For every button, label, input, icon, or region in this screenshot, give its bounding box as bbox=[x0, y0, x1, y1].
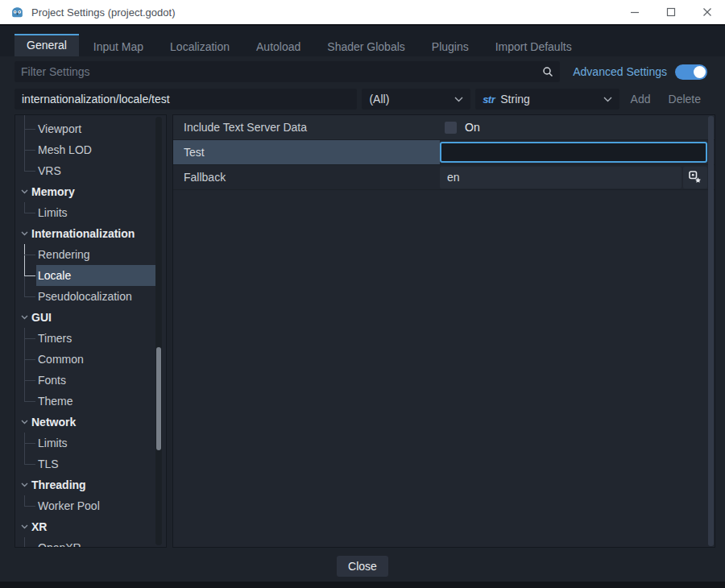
tree-line bbox=[23, 349, 36, 370]
window-controls bbox=[616, 0, 725, 24]
type-dropdown[interactable]: str String bbox=[475, 89, 619, 110]
sidebar-item-worker-pool[interactable]: Worker Pool bbox=[15, 495, 166, 516]
test-value-input[interactable] bbox=[440, 142, 707, 163]
property-label: Test bbox=[173, 140, 440, 164]
type-value: String bbox=[500, 93, 530, 106]
collapse-arrow-icon[interactable] bbox=[19, 315, 30, 320]
tab-general[interactable]: General bbox=[14, 34, 79, 56]
property-label: Include Text Server Data bbox=[173, 115, 440, 139]
sidebar-item-theme[interactable]: Theme bbox=[15, 391, 166, 412]
property-row-test: Test bbox=[173, 140, 715, 165]
filter-settings-field[interactable] bbox=[21, 65, 542, 78]
sidebar-scrollbar[interactable] bbox=[155, 117, 162, 545]
sidebar-item-openxr[interactable]: OpenXR bbox=[15, 537, 166, 548]
tree-line bbox=[23, 433, 36, 453]
settings-inspector: Include Text Server Data On Test Fallbac… bbox=[172, 114, 715, 548]
sidebar-scrollbar-thumb[interactable] bbox=[156, 347, 161, 450]
sidebar-item-mesh-lod[interactable]: Mesh LOD bbox=[15, 139, 166, 160]
project-settings-window: Project Settings (project.godot) General… bbox=[0, 0, 725, 577]
tab-input-map[interactable]: Input Map bbox=[81, 34, 155, 56]
sidebar-category-internationalization[interactable]: Internationalization bbox=[15, 223, 166, 244]
window-title: Project Settings (project.godot) bbox=[31, 6, 175, 19]
maximize-button[interactable] bbox=[652, 0, 689, 24]
tree-line bbox=[23, 160, 36, 181]
tree-line bbox=[23, 537, 36, 548]
sidebar-category-network[interactable]: Network bbox=[15, 412, 166, 433]
titlebar: Project Settings (project.godot) bbox=[0, 0, 725, 24]
close-window-button[interactable] bbox=[689, 0, 725, 24]
tab-plugins[interactable]: Plugins bbox=[420, 34, 481, 56]
include-text-server-data-checkbox[interactable] bbox=[445, 122, 457, 134]
tab-import-defaults[interactable]: Import Defaults bbox=[483, 34, 584, 56]
sidebar-item-network-limits[interactable]: Limits bbox=[15, 433, 166, 453]
sidebar-item-pseudolocalization[interactable]: Pseudolocalization bbox=[15, 286, 166, 307]
tree-line bbox=[23, 495, 36, 516]
tree-line bbox=[23, 139, 36, 160]
tree-line bbox=[23, 453, 36, 474]
sidebar-item-vrs[interactable]: VRS bbox=[15, 160, 166, 181]
window-bottom-edge bbox=[0, 582, 725, 588]
tab-autoload[interactable]: Autoload bbox=[244, 34, 313, 56]
tree-line bbox=[23, 244, 36, 265]
chevron-down-icon bbox=[597, 97, 612, 102]
close-button[interactable]: Close bbox=[337, 556, 388, 577]
sidebar-item-rendering[interactable]: Rendering bbox=[15, 244, 166, 265]
collapse-arrow-icon[interactable] bbox=[19, 482, 30, 487]
category-filter-value: (All) bbox=[369, 93, 389, 106]
tab-localization[interactable]: Localization bbox=[158, 34, 242, 56]
minimize-button[interactable] bbox=[616, 0, 652, 24]
select-locale-button[interactable] bbox=[683, 167, 707, 188]
tree-line bbox=[23, 202, 36, 223]
property-row-fallback: Fallback bbox=[173, 165, 715, 190]
settings-tree: Lightmapping Viewport Mesh LOD VRS bbox=[14, 114, 167, 548]
settings-panels: Lightmapping Viewport Mesh LOD VRS bbox=[14, 114, 715, 548]
tree-line bbox=[23, 118, 36, 139]
tree-list: Lightmapping Viewport Mesh LOD VRS bbox=[15, 114, 166, 548]
sidebar-item-common[interactable]: Common bbox=[15, 349, 166, 370]
tree-line bbox=[23, 265, 36, 286]
delete-button[interactable]: Delete bbox=[662, 93, 707, 106]
tab-shader-globals[interactable]: Shader Globals bbox=[315, 34, 417, 56]
sidebar-category-gui[interactable]: GUI bbox=[15, 307, 166, 328]
toggle-knob bbox=[694, 66, 706, 78]
sidebar-category-xr[interactable]: XR bbox=[15, 516, 166, 537]
sidebar-category-memory[interactable]: Memory bbox=[15, 181, 166, 202]
property-row-include-text-server-data: Include Text Server Data On bbox=[173, 115, 715, 140]
tree-line bbox=[23, 286, 36, 307]
inspector-scrollbar[interactable] bbox=[708, 116, 714, 546]
tree-line bbox=[23, 391, 36, 412]
property-label: Fallback bbox=[173, 165, 440, 189]
tree-line bbox=[23, 328, 36, 349]
sidebar-item-tls[interactable]: TLS bbox=[15, 453, 166, 474]
tab-bar: General Input Map Localization Autoload … bbox=[0, 24, 725, 56]
category-filter-dropdown[interactable]: (All) bbox=[362, 89, 470, 110]
sidebar-item-memory-limits[interactable]: Limits bbox=[15, 202, 166, 223]
translation-icon bbox=[689, 171, 702, 184]
checkbox-on-label: On bbox=[465, 121, 480, 134]
advanced-settings-label: Advanced Settings bbox=[573, 65, 667, 78]
sidebar-item-locale[interactable]: Locale bbox=[15, 265, 166, 286]
property-path-input[interactable] bbox=[14, 89, 357, 110]
sidebar-item-fonts[interactable]: Fonts bbox=[15, 370, 166, 391]
string-type-icon: str bbox=[483, 93, 495, 106]
dialog-footer: Close bbox=[0, 548, 725, 577]
chevron-down-icon bbox=[448, 97, 463, 102]
collapse-arrow-icon[interactable] bbox=[19, 231, 30, 236]
sidebar-item-viewport[interactable]: Viewport bbox=[15, 118, 166, 139]
search-icon bbox=[542, 66, 553, 77]
tree-line bbox=[23, 370, 36, 391]
sidebar-item-timers[interactable]: Timers bbox=[15, 328, 166, 349]
advanced-settings-toggle[interactable] bbox=[675, 64, 707, 80]
collapse-arrow-icon[interactable] bbox=[19, 420, 30, 424]
collapse-arrow-icon[interactable] bbox=[19, 189, 30, 194]
godot-icon bbox=[10, 6, 24, 19]
sidebar-category-threading[interactable]: Threading bbox=[15, 474, 166, 495]
collapse-arrow-icon[interactable] bbox=[19, 524, 30, 529]
filter-settings-input[interactable] bbox=[14, 61, 560, 82]
fallback-value-input[interactable] bbox=[440, 167, 682, 188]
filter-row: Advanced Settings bbox=[14, 61, 707, 82]
property-bar: (All) str String Add Delete bbox=[14, 89, 707, 110]
add-button[interactable]: Add bbox=[624, 93, 657, 106]
